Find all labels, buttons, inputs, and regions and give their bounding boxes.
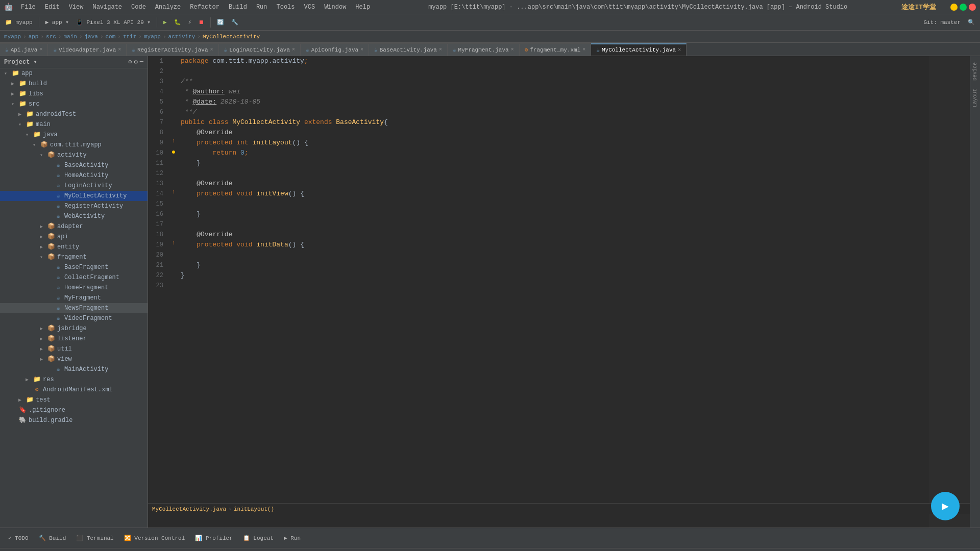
- bc-myapp[interactable]: myapp: [4, 34, 21, 40]
- menu-tools[interactable]: Tools: [273, 3, 299, 12]
- tree-item-buildgradle[interactable]: 🐘 build.gradle: [0, 415, 148, 425]
- toolbar-sync-btn[interactable]: 🔄: [214, 18, 227, 27]
- tab-myfragment[interactable]: ☕ MyFragment.java ×: [448, 43, 520, 56]
- close-button[interactable]: [969, 4, 976, 11]
- tab-close-videoadapter[interactable]: ×: [118, 47, 121, 53]
- tab-close-myfragment[interactable]: ×: [511, 47, 514, 53]
- menu-file[interactable]: File: [17, 3, 40, 12]
- tree-item-src[interactable]: ▾ 📁 src: [0, 99, 148, 109]
- tree-item-newsfragment[interactable]: ☕ NewsFragment: [0, 303, 148, 313]
- tab-registeractivity[interactable]: ☕ RegisterActivity.java ×: [127, 43, 218, 56]
- tree-item-homefragment[interactable]: ☕ HomeFragment: [0, 283, 148, 293]
- tab-api[interactable]: ☕ Api.java ×: [0, 43, 48, 56]
- menu-refactor[interactable]: Refactor: [186, 3, 224, 12]
- tree-item-test[interactable]: ▶ 📁 test: [0, 395, 148, 405]
- tree-item-mycollectactivity-file[interactable]: ☕ MyCollectActivity: [0, 191, 148, 201]
- tab-close-apiconfig[interactable]: ×: [360, 47, 363, 53]
- menu-build[interactable]: Build: [225, 3, 251, 12]
- bc-mycollectactivity[interactable]: MyCollectActivity: [203, 34, 260, 40]
- tree-item-mainactivity[interactable]: ☕ MainActivity: [0, 364, 148, 374]
- tab-close-fragmentmy[interactable]: ×: [582, 47, 585, 53]
- menu-edit[interactable]: Edit: [41, 3, 64, 12]
- tree-item-webactivity[interactable]: ☕ WebActivity: [0, 211, 148, 221]
- menu-vcs[interactable]: VCS: [300, 3, 320, 12]
- tree-item-view[interactable]: ▶ 📦 view: [0, 354, 148, 364]
- tab-close-api[interactable]: ×: [39, 47, 42, 53]
- tree-item-collectfragment[interactable]: ☕ CollectFragment: [0, 272, 148, 283]
- sidebar-settings-btn[interactable]: ⚙: [134, 58, 138, 66]
- right-sidebar-layout[interactable]: Layout: [971, 87, 979, 109]
- toolbar-search-everywhere[interactable]: 🔍: [965, 18, 978, 27]
- sidebar-collapse-btn[interactable]: —: [140, 58, 143, 66]
- tab-apiconfig[interactable]: ☕ ApiConfig.java ×: [301, 43, 369, 56]
- menu-help[interactable]: Help: [351, 3, 374, 12]
- toolbar-attach-btn[interactable]: ⚡: [185, 18, 195, 27]
- bottom-tab-build[interactable]: 🔨 Build: [35, 534, 70, 542]
- bc-activity[interactable]: activity: [168, 34, 195, 40]
- tab-close-mycollectactivity[interactable]: ×: [678, 47, 681, 53]
- bc-main[interactable]: main: [63, 34, 77, 40]
- bottom-tab-profiler[interactable]: 📊 Profiler: [191, 534, 236, 542]
- tree-item-entity-pkg[interactable]: ▶ 📦 entity: [0, 242, 148, 252]
- menu-run[interactable]: Run: [252, 3, 272, 12]
- bc-java[interactable]: java: [84, 34, 97, 40]
- tree-item-java[interactable]: ▾ 📁 java: [0, 130, 148, 140]
- tree-item-loginactivity-file[interactable]: ☕ LoginActivity: [0, 181, 148, 191]
- tree-item-baseactivity[interactable]: ☕ BaseActivity: [0, 160, 148, 170]
- tree-item-androidtest[interactable]: ▶ 📁 androidTest: [0, 109, 148, 119]
- maximize-button[interactable]: [960, 4, 967, 11]
- tree-item-videofragment[interactable]: ☕ VideoFragment: [0, 313, 148, 323]
- tree-item-gitignore[interactable]: 🔖 .gitignore: [0, 405, 148, 415]
- tab-loginactivity[interactable]: ☕ LoginActivity.java ×: [219, 43, 301, 56]
- bottom-tab-run[interactable]: ▶ Run: [280, 534, 305, 542]
- tree-item-api-pkg[interactable]: ▶ 📦 api: [0, 232, 148, 242]
- menu-analyze[interactable]: Analyze: [151, 3, 185, 12]
- right-sidebar-device[interactable]: Device: [971, 60, 979, 83]
- code-editor[interactable]: 1 package com.ttit.myapp.activity; 2 3 /…: [148, 56, 970, 528]
- tree-item-app[interactable]: ▾ 📁 app: [0, 68, 148, 79]
- tree-item-fragment-pkg[interactable]: ▾ 📦 fragment: [0, 252, 148, 262]
- tab-close-registeractivity[interactable]: ×: [210, 47, 213, 53]
- bc-src[interactable]: src: [46, 34, 56, 40]
- tree-item-homeactivity[interactable]: ☕ HomeActivity: [0, 170, 148, 181]
- tree-item-listener[interactable]: ▶ 📦 listener: [0, 334, 148, 344]
- sidebar-locate-btn[interactable]: ⊕: [128, 58, 132, 66]
- bottom-tab-vcs[interactable]: 🔀 Version Control: [120, 534, 189, 542]
- toolbar-sdk-btn[interactable]: 🔧: [228, 18, 241, 27]
- tree-item-res[interactable]: ▶ 📁 res: [0, 374, 148, 385]
- tree-item-activity-pkg[interactable]: ▾ 📦 activity: [0, 150, 148, 160]
- tree-item-comttitmyapp[interactable]: ▾ 📦 com.ttit.myapp: [0, 140, 148, 150]
- tree-item-util[interactable]: ▶ 📦 util: [0, 344, 148, 354]
- bc-ttit[interactable]: ttit: [123, 34, 136, 40]
- menu-navigate[interactable]: Navigate: [88, 3, 126, 12]
- bottom-tab-logcat[interactable]: 📋 Logcat: [239, 534, 278, 542]
- tree-item-adapter-pkg[interactable]: ▶ 📦 adapter: [0, 221, 148, 232]
- menu-view[interactable]: View: [65, 3, 88, 12]
- tab-mycollectactivity[interactable]: ☕ MyCollectActivity.java ×: [591, 43, 687, 56]
- bc-myapp-pkg[interactable]: myapp: [144, 34, 161, 40]
- tree-item-main[interactable]: ▾ 📁 main: [0, 119, 148, 130]
- toolbar-run-config[interactable]: ▶ app ▾: [42, 18, 72, 27]
- tab-baseactivity[interactable]: ☕ BaseActivity.java ×: [369, 43, 448, 56]
- toolbar-stop-btn[interactable]: ⏹: [195, 18, 207, 27]
- bilibili-button[interactable]: ▶: [931, 492, 960, 520]
- tree-item-jsbridge[interactable]: ▶ 📦 jsbridge: [0, 323, 148, 334]
- code-content[interactable]: 1 package com.ttit.myapp.activity; 2 3 /…: [148, 56, 970, 528]
- bottom-tab-todo[interactable]: ✓ TODO: [4, 534, 33, 542]
- toolbar-run-btn[interactable]: ▶: [160, 18, 170, 27]
- menu-code[interactable]: Code: [127, 3, 150, 12]
- tab-fragmentmy[interactable]: ⚙ fragment_my.xml ×: [520, 43, 592, 56]
- tab-close-loginactivity[interactable]: ×: [292, 47, 295, 53]
- tree-item-build[interactable]: ▶ 📁 build: [0, 79, 148, 89]
- tab-videoadapter[interactable]: ☕ VideoAdapter.java ×: [48, 43, 127, 56]
- tab-close-baseactivity[interactable]: ×: [439, 47, 442, 53]
- menu-window[interactable]: Window: [320, 3, 350, 12]
- tree-item-registeractivity-file[interactable]: ☕ RegisterActivity: [0, 201, 148, 211]
- tree-item-myfragment-file[interactable]: ☕ MyFragment: [0, 293, 148, 303]
- tree-item-androidmanifest[interactable]: ⚙ AndroidManifest.xml: [0, 385, 148, 395]
- toolbar-device[interactable]: 📱 Pixel 3 XL API 29 ▾: [73, 18, 154, 27]
- bottom-tab-terminal[interactable]: ⬛ Terminal: [72, 534, 117, 542]
- minimize-button[interactable]: [950, 4, 958, 11]
- bc-app[interactable]: app: [29, 34, 39, 40]
- tree-item-basefragment[interactable]: ☕ BaseFragment: [0, 262, 148, 272]
